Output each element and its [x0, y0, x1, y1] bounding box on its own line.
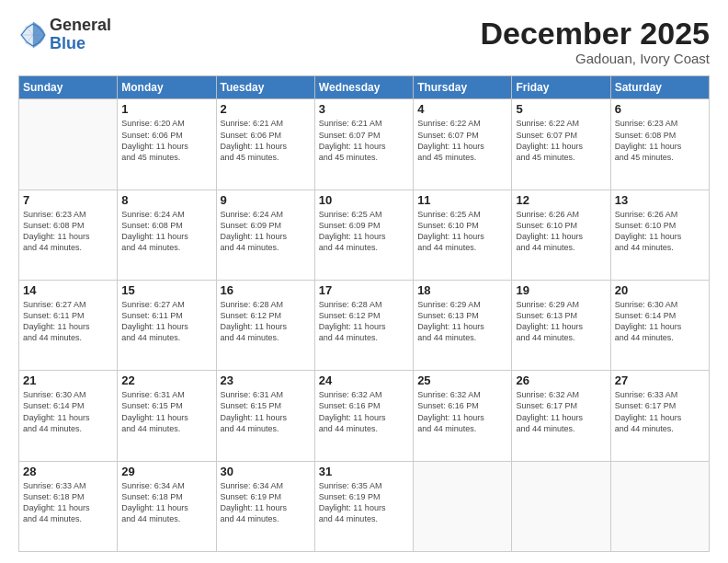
- day-number: 11: [417, 193, 507, 207]
- table-row: 24Sunrise: 6:32 AM Sunset: 6:16 PM Dayli…: [314, 371, 413, 461]
- day-info: Sunrise: 6:34 AM Sunset: 6:19 PM Dayligh…: [221, 480, 311, 525]
- day-number: 13: [615, 193, 705, 207]
- day-number: 5: [516, 102, 606, 116]
- day-number: 23: [221, 373, 311, 387]
- calendar-day-header: Saturday: [610, 76, 709, 99]
- day-info: Sunrise: 6:28 AM Sunset: 6:12 PM Dayligh…: [319, 299, 409, 344]
- table-row: 4Sunrise: 6:22 AM Sunset: 6:07 PM Daylig…: [414, 99, 512, 190]
- day-number: 14: [23, 283, 113, 297]
- day-info: Sunrise: 6:33 AM Sunset: 6:17 PM Dayligh…: [615, 389, 705, 434]
- day-number: 28: [23, 465, 113, 478]
- day-info: Sunrise: 6:23 AM Sunset: 6:08 PM Dayligh…: [23, 209, 113, 254]
- day-info: Sunrise: 6:34 AM Sunset: 6:18 PM Dayligh…: [121, 480, 211, 525]
- day-number: 16: [221, 283, 311, 297]
- day-number: 18: [417, 283, 507, 297]
- calendar-day-header: Friday: [512, 76, 610, 99]
- day-number: 27: [615, 373, 705, 387]
- table-row: 12Sunrise: 6:26 AM Sunset: 6:10 PM Dayli…: [512, 190, 610, 280]
- logo: General Blue: [18, 17, 111, 53]
- day-number: 30: [221, 465, 311, 478]
- day-info: Sunrise: 6:25 AM Sunset: 6:10 PM Dayligh…: [417, 209, 507, 254]
- day-info: Sunrise: 6:26 AM Sunset: 6:10 PM Dayligh…: [516, 209, 606, 254]
- day-info: Sunrise: 6:24 AM Sunset: 6:08 PM Dayligh…: [121, 209, 211, 254]
- day-info: Sunrise: 6:27 AM Sunset: 6:11 PM Dayligh…: [23, 299, 113, 344]
- day-number: 21: [23, 373, 113, 387]
- table-row: 26Sunrise: 6:32 AM Sunset: 6:17 PM Dayli…: [512, 371, 610, 461]
- table-row: 13Sunrise: 6:26 AM Sunset: 6:10 PM Dayli…: [610, 190, 709, 280]
- calendar-day-header: Thursday: [414, 76, 512, 99]
- day-number: 1: [121, 102, 211, 116]
- table-row: 5Sunrise: 6:22 AM Sunset: 6:07 PM Daylig…: [512, 99, 610, 190]
- calendar-row: 7Sunrise: 6:23 AM Sunset: 6:08 PM Daylig…: [19, 190, 710, 280]
- day-info: Sunrise: 6:24 AM Sunset: 6:09 PM Dayligh…: [221, 209, 311, 254]
- day-info: Sunrise: 6:25 AM Sunset: 6:09 PM Dayligh…: [319, 209, 409, 254]
- day-number: 15: [121, 283, 211, 297]
- calendar: SundayMondayTuesdayWednesdayThursdayFrid…: [18, 75, 710, 552]
- logo-icon: [18, 20, 48, 50]
- location: Gadouan, Ivory Coast: [480, 51, 710, 66]
- day-number: 8: [121, 193, 211, 207]
- day-info: Sunrise: 6:29 AM Sunset: 6:13 PM Dayligh…: [417, 299, 507, 344]
- day-number: 19: [516, 283, 606, 297]
- table-row: [19, 99, 118, 190]
- day-info: Sunrise: 6:21 AM Sunset: 6:06 PM Dayligh…: [221, 118, 311, 163]
- day-info: Sunrise: 6:28 AM Sunset: 6:12 PM Dayligh…: [221, 299, 311, 344]
- table-row: 3Sunrise: 6:21 AM Sunset: 6:07 PM Daylig…: [314, 99, 413, 190]
- calendar-row: 14Sunrise: 6:27 AM Sunset: 6:11 PM Dayli…: [19, 281, 710, 371]
- day-info: Sunrise: 6:23 AM Sunset: 6:08 PM Dayligh…: [615, 118, 705, 163]
- table-row: 23Sunrise: 6:31 AM Sunset: 6:15 PM Dayli…: [216, 371, 314, 461]
- table-row: 1Sunrise: 6:20 AM Sunset: 6:06 PM Daylig…: [118, 99, 216, 190]
- table-row: 31Sunrise: 6:35 AM Sunset: 6:19 PM Dayli…: [314, 461, 413, 551]
- table-row: 25Sunrise: 6:32 AM Sunset: 6:16 PM Dayli…: [414, 371, 512, 461]
- table-row: 16Sunrise: 6:28 AM Sunset: 6:12 PM Dayli…: [216, 281, 314, 371]
- day-number: 9: [221, 193, 311, 207]
- day-number: 31: [319, 465, 409, 478]
- month-title: December 2025: [480, 17, 710, 51]
- day-number: 24: [319, 373, 409, 387]
- day-number: 10: [319, 193, 409, 207]
- table-row: 27Sunrise: 6:33 AM Sunset: 6:17 PM Dayli…: [610, 371, 709, 461]
- table-row: [512, 461, 610, 551]
- day-info: Sunrise: 6:35 AM Sunset: 6:19 PM Dayligh…: [319, 480, 409, 525]
- day-info: Sunrise: 6:32 AM Sunset: 6:17 PM Dayligh…: [516, 389, 606, 434]
- logo-blue: Blue: [50, 35, 111, 53]
- day-info: Sunrise: 6:30 AM Sunset: 6:14 PM Dayligh…: [615, 299, 705, 344]
- table-row: 14Sunrise: 6:27 AM Sunset: 6:11 PM Dayli…: [19, 281, 118, 371]
- calendar-day-header: Tuesday: [216, 76, 314, 99]
- day-number: 22: [121, 373, 211, 387]
- logo-general: General: [50, 17, 111, 35]
- day-info: Sunrise: 6:32 AM Sunset: 6:16 PM Dayligh…: [319, 389, 409, 434]
- day-info: Sunrise: 6:33 AM Sunset: 6:18 PM Dayligh…: [23, 480, 113, 525]
- table-row: 9Sunrise: 6:24 AM Sunset: 6:09 PM Daylig…: [216, 190, 314, 280]
- day-info: Sunrise: 6:29 AM Sunset: 6:13 PM Dayligh…: [516, 299, 606, 344]
- calendar-day-header: Wednesday: [314, 76, 413, 99]
- day-number: 7: [23, 193, 113, 207]
- page: General Blue December 2025 Gadouan, Ivor…: [0, 0, 728, 563]
- table-row: 10Sunrise: 6:25 AM Sunset: 6:09 PM Dayli…: [314, 190, 413, 280]
- table-row: [610, 461, 709, 551]
- calendar-row: 21Sunrise: 6:30 AM Sunset: 6:14 PM Dayli…: [19, 371, 710, 461]
- table-row: 2Sunrise: 6:21 AM Sunset: 6:06 PM Daylig…: [216, 99, 314, 190]
- day-info: Sunrise: 6:21 AM Sunset: 6:07 PM Dayligh…: [319, 118, 409, 163]
- day-info: Sunrise: 6:26 AM Sunset: 6:10 PM Dayligh…: [615, 209, 705, 254]
- table-row: 15Sunrise: 6:27 AM Sunset: 6:11 PM Dayli…: [118, 281, 216, 371]
- day-info: Sunrise: 6:32 AM Sunset: 6:16 PM Dayligh…: [417, 389, 507, 434]
- day-number: 2: [221, 102, 311, 116]
- header: General Blue December 2025 Gadouan, Ivor…: [18, 17, 710, 66]
- calendar-row: 1Sunrise: 6:20 AM Sunset: 6:06 PM Daylig…: [19, 99, 710, 190]
- table-row: 29Sunrise: 6:34 AM Sunset: 6:18 PM Dayli…: [118, 461, 216, 551]
- table-row: 7Sunrise: 6:23 AM Sunset: 6:08 PM Daylig…: [19, 190, 118, 280]
- day-info: Sunrise: 6:20 AM Sunset: 6:06 PM Dayligh…: [121, 118, 211, 163]
- day-info: Sunrise: 6:22 AM Sunset: 6:07 PM Dayligh…: [417, 118, 507, 163]
- day-number: 6: [615, 102, 705, 116]
- table-row: 21Sunrise: 6:30 AM Sunset: 6:14 PM Dayli…: [19, 371, 118, 461]
- day-number: 3: [319, 102, 409, 116]
- calendar-header-row: SundayMondayTuesdayWednesdayThursdayFrid…: [19, 76, 710, 99]
- table-row: 6Sunrise: 6:23 AM Sunset: 6:08 PM Daylig…: [610, 99, 709, 190]
- day-number: 25: [417, 373, 507, 387]
- table-row: 28Sunrise: 6:33 AM Sunset: 6:18 PM Dayli…: [19, 461, 118, 551]
- day-info: Sunrise: 6:31 AM Sunset: 6:15 PM Dayligh…: [221, 389, 311, 434]
- logo-text: General Blue: [50, 17, 111, 53]
- day-number: 29: [121, 465, 211, 478]
- table-row: [414, 461, 512, 551]
